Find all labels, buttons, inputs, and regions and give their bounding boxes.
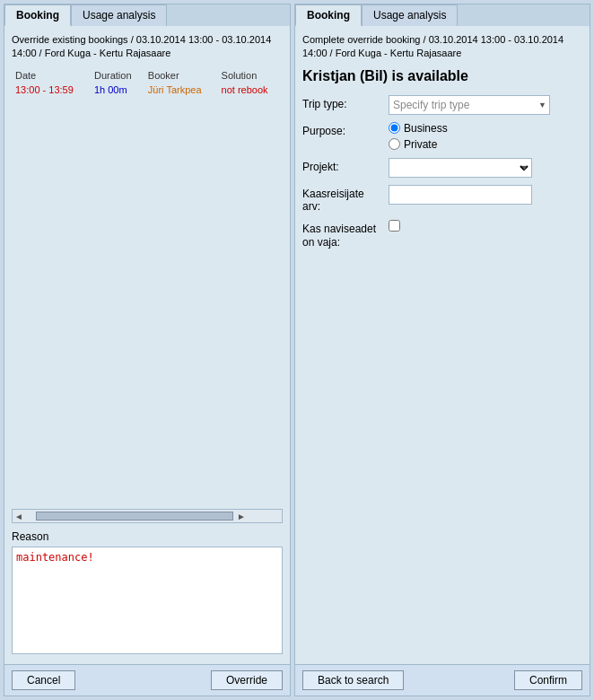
trip-type-label: Trip type:: [302, 95, 383, 110]
purpose-private-row[interactable]: Private: [389, 138, 582, 151]
purpose-private-label: Private: [404, 138, 437, 151]
projekt-control: [389, 158, 582, 178]
purpose-business-row[interactable]: Business: [389, 122, 582, 135]
cell-duration: 1h 00m: [91, 83, 144, 97]
reason-label: Reason: [12, 530, 283, 543]
projekt-select[interactable]: [389, 158, 532, 178]
cell-booker: Jüri Tarkpea: [144, 83, 218, 97]
kaas-control: [389, 185, 582, 205]
right-panel-footer: Back to search Confirm: [295, 664, 590, 696]
projekt-select-wrapper: [389, 158, 532, 178]
purpose-business-label: Business: [404, 122, 448, 135]
projekt-label: Projekt:: [302, 158, 383, 173]
left-tab-content: Override existing bookings / 03.10.2014 …: [4, 26, 290, 664]
available-title: Kristjan (Bil) is available: [302, 68, 582, 84]
scroll-right-icon[interactable]: ►: [237, 512, 246, 521]
left-panel-footer: Cancel Override: [4, 664, 290, 696]
right-tab-content: Complete override booking / 03.10.2014 1…: [295, 26, 590, 664]
nav-control: [389, 220, 582, 232]
col-booker: Booker: [144, 68, 218, 83]
left-tabs: Booking Usage analysis: [4, 4, 290, 26]
left-panel: Booking Usage analysis Override existing…: [4, 4, 291, 696]
nav-label: Kas naviseadet on vaja:: [302, 220, 383, 250]
col-duration: Duration: [91, 68, 144, 83]
cell-date: 13:00 - 13:59: [12, 83, 91, 97]
reason-textarea[interactable]: [12, 547, 283, 654]
horizontal-scrollbar[interactable]: ◄ ►: [12, 509, 283, 523]
reason-section: Reason: [12, 530, 283, 657]
left-panel-header: Override existing bookings / 03.10.2014 …: [12, 33, 283, 61]
trip-type-control: Specify trip type: [389, 95, 582, 115]
right-panel-header: Complete override booking / 03.10.2014 1…: [302, 33, 582, 61]
booking-form: Trip type: Specify trip type Purpose: Bu…: [302, 95, 582, 250]
confirm-button[interactable]: Confirm: [514, 670, 582, 690]
col-solution: Solution: [218, 68, 283, 83]
cell-solution: not rebook: [218, 83, 283, 97]
nav-checkbox[interactable]: [389, 220, 400, 232]
left-tab-booking[interactable]: Booking: [4, 4, 71, 26]
purpose-group: Business Private: [389, 122, 582, 151]
trip-type-select-wrapper: Specify trip type: [389, 95, 550, 115]
kaas-input[interactable]: [389, 185, 532, 205]
cancel-button[interactable]: Cancel: [12, 670, 75, 690]
booking-table: Date Duration Booker Solution 13:00 - 13…: [12, 68, 283, 97]
scroll-left-icon[interactable]: ◄: [14, 512, 23, 521]
purpose-business-radio[interactable]: [389, 122, 400, 134]
purpose-label: Purpose:: [302, 122, 383, 137]
right-tabs: Booking Usage analysis: [295, 4, 590, 26]
right-tab-booking[interactable]: Booking: [295, 4, 362, 26]
kaas-label: Kaasreisijate arv:: [302, 185, 383, 213]
purpose-private-radio[interactable]: [389, 138, 400, 150]
scrollbar-thumb[interactable]: [36, 512, 233, 521]
col-date: Date: [12, 68, 91, 83]
back-to-search-button[interactable]: Back to search: [302, 670, 404, 690]
trip-type-select[interactable]: Specify trip type: [389, 95, 550, 115]
left-tab-usage[interactable]: Usage analysis: [71, 4, 167, 26]
table-row: 13:00 - 13:59 1h 00m Jüri Tarkpea not re…: [12, 83, 283, 97]
override-button[interactable]: Override: [211, 670, 283, 690]
right-tab-usage[interactable]: Usage analysis: [362, 4, 458, 26]
right-panel: Booking Usage analysis Complete override…: [294, 4, 590, 696]
